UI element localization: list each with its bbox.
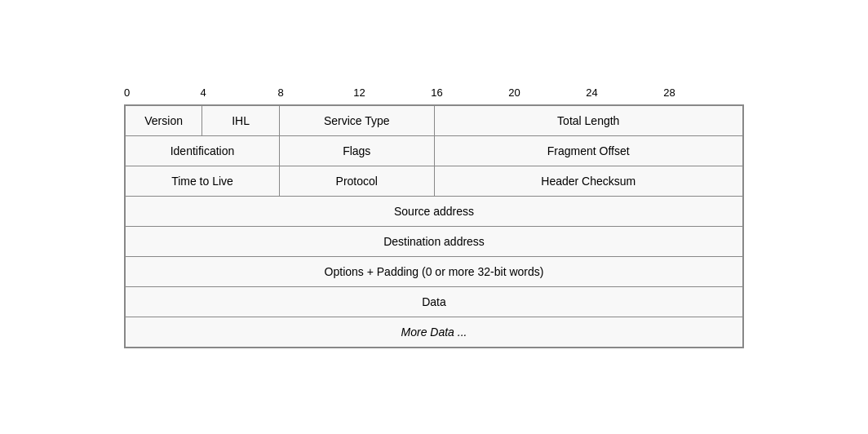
field-protocol: Protocol (280, 166, 435, 196)
ruler-label-12: 12 (353, 86, 365, 99)
field-header-checksum: Header Checksum (434, 166, 743, 196)
table-row: Source address (125, 196, 743, 226)
table-row: Version IHL Service Type Total Length (125, 105, 743, 136)
ruler-label-4: 4 (200, 86, 206, 99)
ruler-label-0: 0 (124, 86, 130, 99)
field-more-data: More Data ... (125, 317, 743, 348)
field-version: Version (125, 105, 202, 136)
ruler-label-24: 24 (586, 86, 597, 99)
ruler-label-8: 8 (277, 86, 283, 99)
ruler-label-16: 16 (431, 86, 442, 99)
table-row: Destination address (125, 226, 743, 256)
ruler-label-28: 28 (663, 86, 675, 99)
field-flags: Flags (280, 135, 435, 166)
field-source-address: Source address (125, 196, 743, 226)
field-destination-address: Destination address (125, 226, 743, 256)
table-row: More Data ... (125, 317, 743, 348)
table-row: Time to Live Protocol Header Checksum (125, 166, 743, 196)
field-identification: Identification (125, 135, 280, 166)
field-data: Data (125, 286, 743, 317)
field-time-to-live: Time to Live (125, 166, 280, 196)
table-row: Data (125, 286, 743, 317)
field-fragment-offset: Fragment Offset (434, 135, 743, 166)
field-options-padding: Options + Padding (0 or more 32-bit word… (125, 256, 743, 286)
field-service-type: Service Type (280, 105, 435, 136)
ip-header-diagram: 0 4 8 12 16 20 24 28 Version IHL Service… (108, 70, 760, 365)
table-row: Identification Flags Fragment Offset (125, 135, 743, 166)
ruler-label-20: 20 (508, 86, 520, 99)
field-total-length: Total Length (434, 105, 743, 136)
bit-ruler: 0 4 8 12 16 20 24 28 (124, 86, 744, 103)
field-ihl: IHL (202, 105, 280, 136)
ip-header-table: Version IHL Service Type Total Length Id… (124, 104, 744, 348)
table-row: Options + Padding (0 or more 32-bit word… (125, 256, 743, 286)
